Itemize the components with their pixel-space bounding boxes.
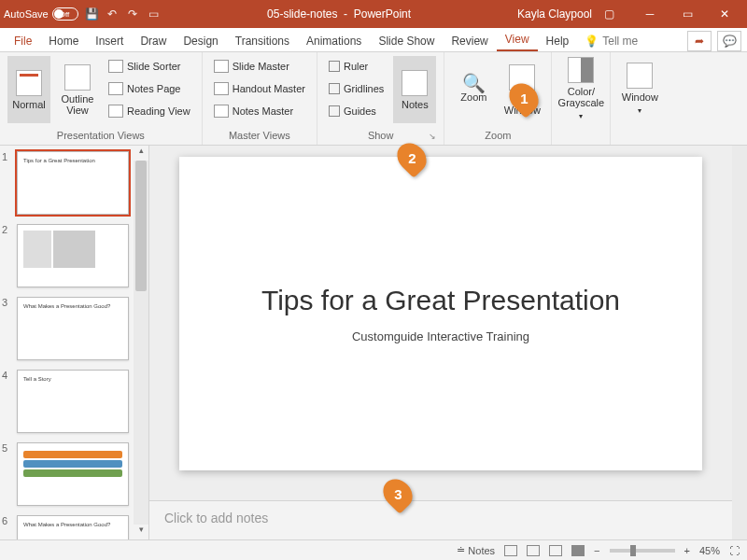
tab-transitions[interactable]: Transitions [227, 31, 298, 51]
notes-page-icon [108, 82, 123, 95]
fit-to-window-icon[interactable]: ⛶ [729, 545, 740, 556]
tab-help[interactable]: Help [538, 31, 578, 51]
slide-master-button[interactable]: Slide Master [210, 56, 309, 77]
slide-number: 5 [2, 442, 13, 506]
save-icon[interactable]: 💾 [84, 7, 99, 21]
view-reading-icon[interactable] [549, 545, 562, 556]
comments-button[interactable]: 💬 [717, 31, 741, 51]
autosave-toggle[interactable]: AutoSave Off [4, 7, 69, 21]
window-button[interactable]: Window ▾ [618, 56, 661, 123]
slide-sorter-icon [108, 60, 123, 73]
ribbon-tabs: File Home Insert Draw Design Transitions… [0, 28, 747, 52]
scroll-up-icon[interactable]: ▴ [134, 146, 148, 161]
dialog-launcher-icon[interactable]: ↘ [429, 132, 436, 141]
tab-insert[interactable]: Insert [87, 31, 132, 51]
guides-checkbox[interactable]: Guides [325, 101, 388, 121]
checkbox-icon [329, 83, 340, 94]
slide-thumb-3[interactable]: What Makes a Presentation Good? [17, 297, 129, 360]
autosave-label: AutoSave [4, 8, 49, 20]
group-show: Ruler Gridlines Guides Notes Show↘ [317, 52, 444, 145]
group-color-grayscale: Color/ Grayscale ▾ [552, 52, 611, 145]
group-presentation-views: Normal Outline View Slide Sorter Notes P… [0, 52, 203, 145]
window-icon [627, 63, 653, 89]
undo-icon[interactable]: ↶ [105, 7, 120, 21]
outline-view-button[interactable]: Outline View [56, 56, 99, 123]
gridlines-checkbox[interactable]: Gridlines [325, 78, 388, 99]
color-grayscale-button[interactable]: Color/ Grayscale ▾ [559, 56, 602, 123]
reading-view-button[interactable]: Reading View [105, 101, 194, 121]
share-button[interactable]: ➦ [687, 31, 712, 51]
handout-master-button[interactable]: Handout Master [210, 78, 309, 99]
tab-home[interactable]: Home [40, 31, 87, 51]
slide-thumb-4[interactable]: Tell a Story [17, 370, 129, 433]
notes-toggle[interactable]: ≐ Notes [457, 544, 495, 556]
minimize-button[interactable]: ─ [631, 0, 669, 28]
zoom-out-button[interactable]: − [594, 545, 599, 556]
slide-thumb-2[interactable] [17, 224, 129, 287]
chevron-down-icon: ▾ [638, 105, 641, 117]
zoom-button[interactable]: 🔍 Zoom [452, 56, 495, 123]
maximize-button[interactable]: ▭ [669, 0, 706, 28]
ribbon-view: Normal Outline View Slide Sorter Notes P… [0, 52, 747, 146]
slide-master-icon [214, 60, 229, 73]
start-slideshow-icon[interactable]: ▭ [146, 7, 161, 21]
chevron-down-icon: ▾ [579, 111, 583, 122]
normal-button[interactable]: Normal [7, 56, 50, 123]
tab-view[interactable]: View [497, 29, 538, 51]
notes-placeholder: Click to add notes [164, 511, 268, 525]
slide-thumb-1[interactable]: Tips for a Great Presentation [17, 151, 129, 215]
tab-slideshow[interactable]: Slide Show [370, 31, 443, 51]
slide-area: Tips for a Great Presentation Customguid… [149, 146, 732, 539]
view-sorter-icon[interactable] [527, 545, 540, 556]
slide-canvas[interactable]: Tips for a Great Presentation Customguid… [179, 157, 702, 470]
slide-thumbnails-panel: 1 Tips for a Great Presentation 2 3 What… [0, 146, 149, 539]
view-slideshow-icon[interactable] [571, 545, 585, 556]
quick-access-toolbar: 💾 ↶ ↷ ▭ [84, 7, 161, 21]
titlebar: AutoSave Off 💾 ↶ ↷ ▭ 05-slide-notes - Po… [0, 0, 747, 28]
group-window: Window ▾ [611, 52, 669, 145]
group-label: Show↘ [325, 128, 436, 143]
handout-master-icon [214, 82, 229, 95]
notes-page-button[interactable]: Notes Page [105, 78, 194, 99]
group-label: Master Views [210, 128, 309, 143]
zoom-in-button[interactable]: + [684, 545, 690, 556]
scroll-thumb[interactable] [135, 161, 147, 291]
ribbon-display-icon[interactable]: ▢ [601, 7, 616, 21]
notes-master-icon [214, 105, 229, 118]
notes-button[interactable]: Notes [393, 56, 436, 123]
work-area: 1 Tips for a Great Presentation 2 3 What… [0, 146, 747, 539]
view-normal-icon[interactable] [504, 545, 517, 556]
notes-master-button[interactable]: Notes Master [210, 101, 309, 121]
lightbulb-icon: 💡 [585, 35, 599, 48]
ruler-checkbox[interactable]: Ruler [325, 56, 388, 77]
outline-icon [64, 64, 91, 91]
normal-icon [16, 70, 42, 96]
tab-file[interactable]: File [6, 31, 40, 51]
thumbnails-scrollbar[interactable]: ▴ ▾ [134, 146, 148, 539]
status-bar: ≐ Notes − + 45% ⛶ [0, 539, 747, 560]
close-button[interactable]: ✕ [706, 0, 743, 28]
tab-draw[interactable]: Draw [132, 31, 175, 51]
redo-icon[interactable]: ↷ [125, 7, 140, 21]
slide-number: 2 [2, 224, 13, 287]
slide-number: 6 [2, 515, 13, 539]
slide-number: 4 [2, 370, 13, 433]
slide-thumb-5[interactable] [17, 442, 129, 506]
slide-title: Tips for a Great Presentation [261, 285, 620, 316]
slide-sorter-button[interactable]: Slide Sorter [105, 56, 194, 77]
slide-number: 3 [2, 297, 13, 360]
slide-scrollbar[interactable] [732, 146, 747, 539]
slide-thumb-6[interactable]: What Makes a Presentation Good? [17, 515, 129, 539]
tab-animations[interactable]: Animations [298, 31, 370, 51]
zoom-slider[interactable] [610, 549, 675, 553]
group-label: Zoom [452, 128, 543, 143]
zoom-level[interactable]: 45% [699, 545, 720, 556]
tell-me-search[interactable]: 💡 Tell me [577, 31, 645, 51]
tab-review[interactable]: Review [443, 31, 496, 51]
window-title: 05-slide-notes - PowerPoint [161, 7, 517, 21]
user-name[interactable]: Kayla Claypool [517, 7, 592, 21]
scroll-down-icon[interactable]: ▾ [134, 525, 148, 539]
notes-pane[interactable]: Click to add notes [149, 500, 732, 539]
group-label: Presentation Views [7, 128, 194, 143]
tab-design[interactable]: Design [175, 31, 226, 51]
